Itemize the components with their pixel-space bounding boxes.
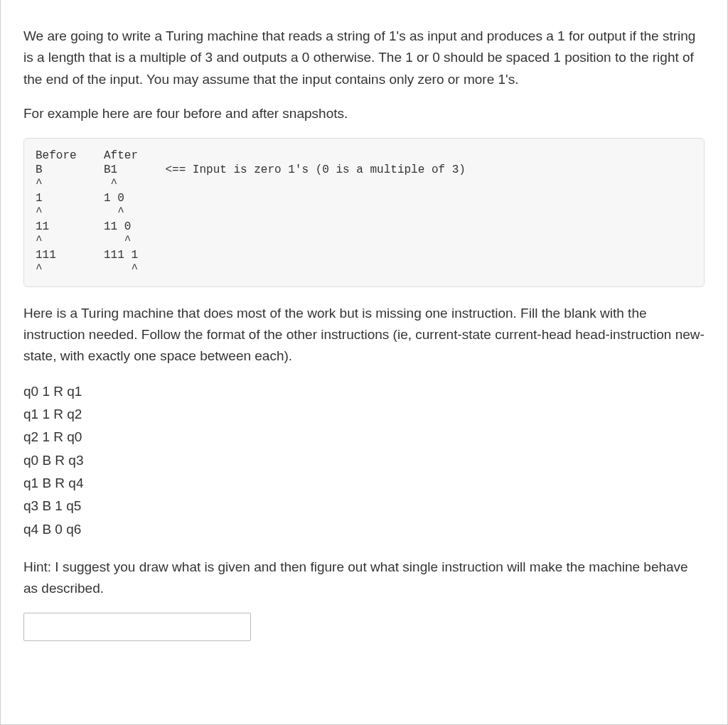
- answer-input[interactable]: [23, 613, 251, 641]
- example-code-block: Before After B B1 <== Input is zero 1's …: [23, 138, 705, 287]
- instruction-line: q3 B 1 q5: [23, 495, 705, 517]
- instruction-line: q0 B R q3: [23, 449, 705, 472]
- question-container: We are going to write a Turing machine t…: [0, 0, 728, 725]
- question-content: We are going to write a Turing machine t…: [1, 0, 727, 658]
- instruction-line: q1 B R q4: [23, 472, 705, 495]
- instruction-line: q4 B 0 q6: [23, 518, 705, 541]
- instruction-line: q1 1 R q2: [23, 403, 705, 426]
- mid-paragraph: Here is a Turing machine that does most …: [23, 303, 705, 367]
- hint-paragraph: Hint: I suggest you draw what is given a…: [23, 557, 705, 600]
- intro-paragraph-1: We are going to write a Turing machine t…: [23, 26, 705, 90]
- instruction-line: q2 1 R q0: [23, 426, 705, 449]
- turing-instructions: q0 1 R q1 q1 1 R q2 q2 1 R q0 q0 B R q3 …: [23, 380, 705, 541]
- instruction-line: q0 1 R q1: [23, 380, 705, 403]
- intro-paragraph-2: For example here are four before and aft…: [23, 103, 705, 124]
